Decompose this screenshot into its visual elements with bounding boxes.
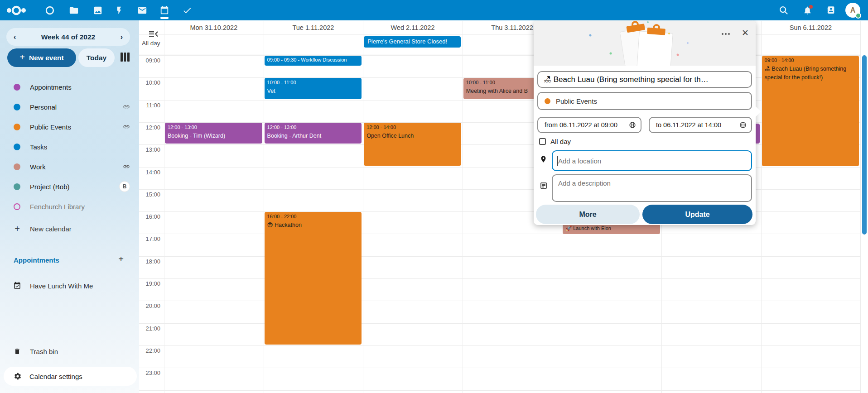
sidebar-calendar-fenchurch-library[interactable]: Fenchurch Library bbox=[10, 197, 134, 216]
sidebar-calendar-appointments[interactable]: Appointments bbox=[10, 78, 134, 96]
calendar-event[interactable]: 🚀 Launch with Elon bbox=[563, 224, 660, 234]
share-link-icon[interactable] bbox=[123, 163, 130, 170]
more-button[interactable]: More bbox=[536, 205, 640, 224]
column-divider bbox=[363, 21, 363, 393]
description-input[interactable]: Add a description bbox=[552, 174, 752, 202]
sidebar-calendar-work[interactable]: Work bbox=[10, 158, 134, 176]
event-time: 10:00 - 11:00 bbox=[265, 78, 362, 85]
hour-line bbox=[139, 345, 860, 346]
checkbox-box[interactable] bbox=[539, 138, 546, 145]
calendar-app-icon[interactable] bbox=[159, 5, 170, 16]
hour-label: 17:00 bbox=[139, 235, 160, 242]
event-title: 🏖 Beach Luau (Bring something special fo… bbox=[762, 63, 859, 82]
next-week-button[interactable]: › bbox=[121, 33, 123, 41]
today-button[interactable]: Today bbox=[78, 48, 115, 67]
share-link-icon[interactable] bbox=[123, 123, 130, 130]
shared-by-badge[interactable]: B bbox=[119, 181, 130, 192]
online-status-dot bbox=[855, 13, 861, 19]
contacts-menu-icon[interactable] bbox=[825, 5, 836, 16]
event-title: 😎 Hackathon bbox=[265, 219, 362, 230]
hour-label: 22:00 bbox=[139, 347, 160, 354]
calendar-color-dot bbox=[545, 98, 550, 104]
timezone-globe-icon[interactable] bbox=[629, 121, 636, 129]
event-title: Booking - Tim (Wizard) bbox=[165, 130, 262, 140]
notifications-bell-icon[interactable] bbox=[801, 5, 813, 16]
appointment-item[interactable]: Have Lunch With Me bbox=[10, 277, 134, 295]
hour-label: 09:00 bbox=[139, 57, 160, 64]
event-title: Open Office Lunch bbox=[364, 130, 461, 140]
column-divider bbox=[860, 21, 861, 393]
new-event-button[interactable]: + New event bbox=[7, 48, 76, 67]
event-title-input[interactable]: 🏖 Beach Luau (Bring something special fo… bbox=[537, 71, 752, 88]
hour-line bbox=[139, 323, 860, 324]
close-icon[interactable]: ✕ bbox=[738, 26, 752, 39]
nextcloud-logo[interactable] bbox=[5, 5, 27, 16]
text-cursor bbox=[557, 156, 558, 166]
hour-label: 16:00 bbox=[139, 213, 160, 220]
column-divider bbox=[264, 21, 264, 393]
update-button[interactable]: Update bbox=[642, 205, 752, 224]
mail-app-icon[interactable] bbox=[136, 5, 148, 16]
day-header-0: Mon 31.10.2022 bbox=[164, 21, 264, 34]
start-datetime-field[interactable]: from 06.11.2022 at 09:00 bbox=[537, 117, 641, 133]
calendar-color-dot bbox=[14, 144, 20, 150]
trash-bin-button[interactable]: Trash bin bbox=[10, 342, 134, 360]
new-event-label: New event bbox=[29, 54, 64, 62]
day-header-6: Sun 6.11.2022 bbox=[761, 21, 861, 34]
add-appointment-config-button[interactable]: + bbox=[118, 254, 124, 264]
hour-label: 19:00 bbox=[139, 280, 160, 287]
calendar-event[interactable]: 12:00 - 14:00Open Office Lunch bbox=[364, 123, 461, 166]
search-icon[interactable] bbox=[778, 5, 790, 16]
previous-week-button[interactable]: ‹ bbox=[14, 33, 16, 41]
calendar-settings-button[interactable]: Calendar settings bbox=[4, 367, 137, 386]
trash-bin-label: Trash bin bbox=[30, 348, 58, 355]
gear-icon bbox=[14, 372, 22, 380]
calendar-event[interactable]: 09:00 - 14:00🏖 Beach Luau (Bring somethi… bbox=[762, 56, 859, 166]
hour-line bbox=[139, 390, 860, 391]
popup-actions-menu-icon[interactable] bbox=[719, 28, 733, 40]
hour-label: 14:00 bbox=[139, 169, 160, 176]
column-divider bbox=[463, 21, 463, 393]
sidebar-calendar-public-events[interactable]: Public Events bbox=[10, 118, 134, 136]
calendar-name: Fenchurch Library bbox=[30, 203, 85, 211]
plus-icon: + bbox=[13, 224, 21, 234]
calendar-event[interactable]: 12:00 - 13:00Booking - Tim (Wizard) bbox=[165, 123, 262, 144]
hour-label: 15:00 bbox=[139, 191, 160, 198]
event-title: Vet bbox=[265, 85, 362, 96]
timezone-globe-icon[interactable] bbox=[739, 121, 747, 129]
calendar-event[interactable]: 12:00 - 13:00Booking - Arthur Dent bbox=[265, 123, 362, 144]
active-app-indicator bbox=[160, 17, 169, 19]
photos-app-icon[interactable] bbox=[92, 5, 104, 16]
share-link-icon[interactable] bbox=[123, 103, 130, 110]
contacts-app-icon[interactable] bbox=[44, 5, 56, 16]
calendar-picker[interactable]: Public Events bbox=[537, 92, 752, 110]
calendar-name: Public Events bbox=[30, 123, 71, 131]
sidebar-calendar-project-bob-[interactable]: Project (Bob)B bbox=[10, 177, 134, 196]
sidebar-calendar-personal[interactable]: Personal bbox=[10, 98, 134, 116]
plus-icon: + bbox=[19, 52, 25, 62]
calendar-event[interactable]: 09:00 - 09:30 - Workflow Discussion bbox=[265, 56, 362, 66]
files-app-icon[interactable] bbox=[68, 5, 80, 16]
collapse-all-day-icon[interactable] bbox=[149, 31, 158, 39]
hour-label: 12:00 bbox=[139, 124, 160, 131]
hour-line bbox=[139, 234, 860, 234]
tasks-app-icon[interactable] bbox=[181, 5, 193, 16]
user-avatar[interactable]: A bbox=[845, 3, 860, 18]
calendar-picker-value: Public Events bbox=[556, 97, 597, 105]
calendar-event[interactable]: 16:00 - 22:00😎 Hackathon bbox=[265, 212, 362, 345]
calendar-name: Work bbox=[30, 163, 46, 171]
all-day-checkbox[interactable]: All day bbox=[539, 138, 571, 145]
appointment-item-label: Have Lunch With Me bbox=[30, 282, 93, 290]
view-columns-icon[interactable] bbox=[121, 53, 130, 62]
activity-app-icon[interactable] bbox=[113, 5, 125, 16]
hour-label: 11:00 bbox=[139, 102, 160, 109]
all-day-label: All day bbox=[550, 138, 571, 145]
location-input[interactable]: Add a location bbox=[552, 150, 752, 171]
today-label: Today bbox=[87, 54, 107, 62]
sidebar-calendar-tasks[interactable]: Tasks bbox=[10, 138, 134, 156]
vertical-scrollbar[interactable] bbox=[862, 55, 867, 235]
all-day-event[interactable]: Pierre's General Store Closed! bbox=[364, 36, 461, 48]
new-calendar-button[interactable]: + New calendar bbox=[10, 220, 134, 238]
end-datetime-field[interactable]: to 06.11.2022 at 14:00 bbox=[649, 117, 752, 133]
calendar-event[interactable]: 10:00 - 11:00Vet bbox=[265, 78, 362, 99]
